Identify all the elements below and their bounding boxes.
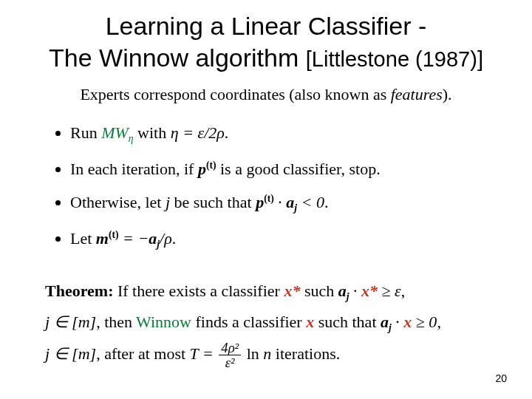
step4-sup: (t) (109, 229, 119, 240)
theorem-c1: , (401, 282, 406, 300)
theorem-dot1: · (349, 282, 362, 300)
step1-dot: . (225, 123, 229, 142)
step1-mw-text: MW (101, 123, 129, 142)
step2-p: p (198, 160, 206, 178)
theorem-jin2: j ∈ [m] (45, 344, 96, 363)
step-1: Run MWη with η = ε/2ρ. (70, 122, 514, 146)
theorem-iter: iterations. (271, 344, 340, 363)
subtitle-pre: Experts correspond coordinates (also kno… (80, 85, 390, 103)
theorem-ge0: ≥ 0 (412, 313, 437, 331)
theorem-after: after at most (104, 344, 189, 363)
frac-num: 4ρ² (219, 341, 241, 356)
theorem-aj-a1: a (338, 282, 347, 300)
theorem-ln: ln (242, 344, 263, 363)
step3-sup: (t) (264, 193, 274, 204)
slide-title: Learning a Linear Classifier - The Winno… (18, 10, 514, 73)
step1-eq: η = ε/2ρ (171, 123, 225, 142)
subtitle-post: ). (443, 85, 452, 103)
theorem-label: Theorem: (45, 282, 113, 300)
step3-a-vec: a (286, 193, 294, 211)
title-line2-main: The Winnow algorithm (49, 44, 299, 72)
theorem-aj-a2: a (381, 313, 389, 331)
theorem-xstar: x* (284, 282, 300, 300)
step2-a: In each iteration, if (70, 160, 198, 178)
subtitle-ital: features (391, 85, 443, 103)
step-4: Let m(t) = −aj/ρ. (70, 228, 514, 252)
theorem-t2: such (300, 282, 338, 300)
theorem-t1: If there exists a classifier (113, 282, 284, 300)
subtitle: Experts correspond coordinates (also kno… (18, 85, 514, 104)
step4-m: m (96, 229, 109, 248)
theorem-ge-eps: ≥ ε (378, 282, 401, 300)
step2-b: is a good classifier, stop. (216, 160, 381, 178)
step1-eta-sub: η (129, 133, 134, 144)
theorem-t3: finds a classifier (191, 313, 306, 331)
step1-mw: MWη (101, 123, 133, 142)
step3-dot: · (274, 193, 287, 211)
step4-end: . (172, 229, 177, 248)
step4-a: Let (70, 229, 96, 248)
theorem-dot2: · (392, 313, 404, 331)
theorem-winnow: Winnow (136, 313, 191, 331)
step4-a-vec: a (149, 229, 157, 248)
step1-with: with (134, 123, 171, 142)
frac-den: ε² (219, 355, 241, 370)
theorem-x2: x (403, 313, 412, 331)
step3-b: be such that (170, 193, 256, 211)
step3-lt: < 0 (297, 193, 324, 211)
step3-end: . (324, 193, 329, 211)
step-2: In each iteration, if p(t) is a good cla… (70, 158, 514, 180)
theorem-jin1: j ∈ [m] (45, 313, 96, 331)
step4-eq: = − (119, 229, 149, 248)
theorem-then: , then (96, 313, 136, 331)
step3-a: Otherwise, let (70, 193, 166, 211)
step-3: Otherwise, let j be such that p(t) · aj … (70, 191, 514, 216)
theorem-Teq: T = (190, 344, 218, 363)
step1-run: Run (70, 123, 101, 142)
algorithm-steps: Run MWη with η = ε/2ρ. In each iteration… (70, 122, 514, 252)
title-citation: [Littlestone (1987)] (306, 47, 483, 71)
page-number: 20 (495, 372, 507, 384)
title-line1: Learning a Linear Classifier - (106, 12, 427, 40)
step4-rho: /ρ (160, 229, 172, 248)
theorem-xstar2: x* (361, 282, 378, 300)
step2-sup: (t) (206, 159, 216, 170)
theorem-t4: such that (314, 313, 381, 331)
theorem-c2: , (437, 313, 441, 331)
theorem-fraction: 4ρ²ε² (219, 341, 241, 370)
step3-p: p (256, 193, 264, 211)
theorem-n: n (263, 344, 271, 363)
theorem-block: Theorem: If there exists a classifier x*… (18, 276, 514, 370)
theorem-x: x (306, 313, 314, 331)
